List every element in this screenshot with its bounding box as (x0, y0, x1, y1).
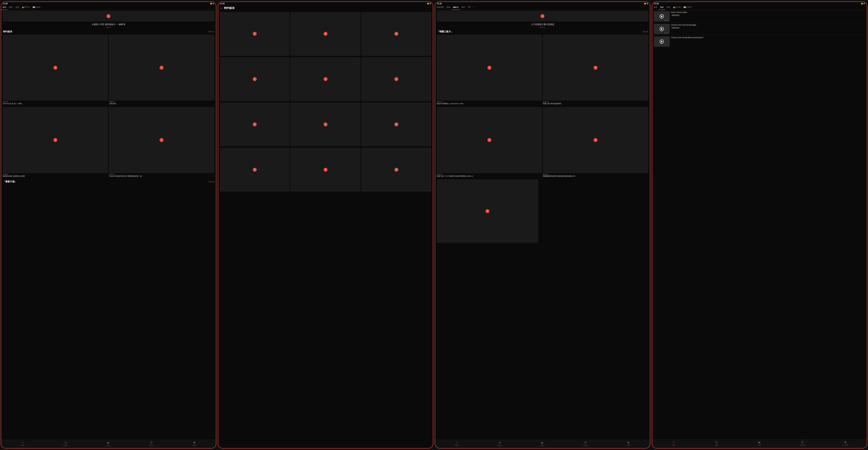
tab-japan-1[interactable]: 🇯🇵日本AV (31, 5, 42, 10)
video-item-2-4[interactable]: ! (220, 57, 290, 101)
channel-badge-1: 好色先生官方 (671, 14, 680, 16)
bottom-nav-mylist-4[interactable]: ☰ 关注列表 (781, 441, 824, 446)
explore-label-4: 探索 (715, 444, 718, 446)
bottom-nav-movies-4[interactable]: ▶ 电影 (738, 441, 781, 446)
video-item-2-6[interactable]: ! (361, 57, 431, 101)
bottom-nav-profile-4[interactable]: ☻ 个人资料 (824, 441, 867, 446)
list-title-1: Asian Chinese Babe (671, 11, 866, 14)
video-item-3-3[interactable]: ! 01:05:15 韓國三級片三天三夜微博 粉粉蒼 裸聯約炮 2d59z.cn (437, 107, 542, 178)
video-item-2-8[interactable]: ! (290, 103, 361, 146)
tab-recommend-4[interactable]: 推荐 (652, 5, 659, 10)
video-thumb-1-2: ! (109, 35, 214, 101)
video-item-3-4[interactable]: ! 00:43:52 韓國愛愛教學檢查乳頭慢慢從前戲到抹藏.MP4 (543, 107, 648, 178)
profile-label-3: Profile (626, 445, 630, 446)
scroll-content-4: 00:02:38 Asian Chinese Babe 好色先生官方 00:49… (652, 10, 867, 439)
bottom-nav-home-3[interactable]: ⌂ Home (435, 441, 478, 446)
error-icon-3-1: ! (488, 66, 491, 70)
video-item-2-2[interactable]: ! (290, 12, 361, 56)
video-item-2-10[interactable]: ! (220, 148, 290, 192)
movies-label-4: 电影 (758, 444, 761, 446)
movies-label-1: Movies (106, 445, 111, 446)
tab-domestic-1[interactable]: 🔥国产AV (21, 5, 31, 10)
video-item-1-2[interactable]: ! 00:39:34 少婦白潔4 (109, 35, 214, 106)
video-item-3-2[interactable]: ! 00:42:29 韓國三級片善良的媳婦們0 (543, 35, 648, 106)
video-title-3-3: 韓國三級片三天三夜微博 粉粉蒼 裸聯約炮 2d59z.cn (437, 175, 542, 178)
mylist-label-1: My List (149, 445, 154, 446)
video-title-3-4: 韓國愛愛教學檢查乳頭慢慢從前戲到抹藏.MP4 (543, 175, 648, 178)
movies-icon-1: ▶ (107, 441, 110, 444)
see-all-featured-1[interactable]: See all (209, 31, 214, 33)
explore-icon-3: ◎ (498, 441, 501, 444)
bottom-nav-1: ⌂ Home ◎ Explore ▶ Movies ☰ My List ☻ Pr… (1, 440, 216, 448)
banner-error-icon-3: ! (540, 14, 545, 18)
tab-latest-1[interactable]: 最新 (8, 5, 14, 10)
nav-tabs-3[interactable]: 制服诱惑 無碼 🇺🇸歐美 模特 SM I (435, 5, 650, 10)
bottom-nav-explore-3[interactable]: ◎ Explore (478, 441, 521, 446)
tab-domestic-4[interactable]: 🔥国产AV (672, 5, 682, 10)
error-icon-1-4: ! (160, 138, 163, 142)
banner-1: ! (3, 11, 214, 22)
tab-sm-3[interactable]: SM (466, 5, 472, 10)
video-thumb-3-2: ! (543, 35, 648, 101)
list-video-2[interactable]: 00:49:10 Chinese Girl in Nu-bra Bondage … (652, 23, 867, 35)
profile-label-1: Profile (192, 445, 196, 446)
scroll-content-3: ! 上万名颜值主播让您挑选 「韓國三級片」 See all (435, 10, 650, 440)
nav-tabs-1[interactable]: 推荐 最新 色图 🔥国产AV 🇯🇵日本AV (1, 5, 216, 10)
video-item-2-12[interactable]: ! (361, 148, 431, 192)
video-item-2-11[interactable]: ! (290, 148, 361, 192)
time-4: 11:28 (654, 3, 659, 5)
tab-color-4[interactable]: 色图 (665, 5, 672, 10)
video-item-1-1[interactable]: ! 00:14:57 JDMY024 白友 第二十四集 (3, 35, 108, 106)
list-thumb-3 (654, 36, 670, 47)
video-thumb-1-3: ! (3, 107, 108, 173)
play-triangle-1 (661, 15, 663, 18)
section-header-korea-3: 「韓國三級片」 See all (435, 29, 650, 34)
video-grid-2-row2: ! ! ! (218, 57, 433, 102)
profile-icon-1: ☻ (193, 441, 196, 444)
bottom-nav-explore-4[interactable]: ◎ 探索 (695, 441, 738, 446)
bottom-nav-home-1[interactable]: ⌂ Home (1, 441, 44, 446)
list-duration-1: 00:02:38 (663, 20, 669, 21)
video-item-2-3[interactable]: ! (361, 12, 431, 56)
bottom-nav-mylist-1[interactable]: ☰ My List (130, 441, 173, 446)
tab-more-3[interactable]: I (472, 5, 475, 10)
video-grid-featured-1b: ! 00:35:35 肉棒收割遊戲 你能堅持5分鐘嗎 ! 00:31:54 TM… (1, 106, 216, 178)
tab-western-3[interactable]: 🇺🇸歐美 (452, 5, 460, 10)
status-icons-1: 📶 🔋 (210, 3, 214, 4)
bottom-nav-movies-1[interactable]: ▶ Movies (87, 441, 130, 446)
tab-recommend-1[interactable]: 推荐 (1, 5, 8, 10)
see-all-latest-1[interactable]: See all (209, 181, 214, 183)
bottom-nav-movies-3[interactable]: ▶ Movies (521, 441, 564, 446)
bottom-nav-profile-3[interactable]: ☻ Profile (607, 441, 650, 446)
video-item-2-7[interactable]: ! (220, 103, 290, 146)
movies-icon-3: ▶ (541, 441, 544, 444)
video-item-2-1[interactable]: ! (220, 12, 290, 56)
video-item-2-9[interactable]: ! (361, 103, 431, 146)
tab-latest-4[interactable]: 最新 (659, 5, 665, 10)
video-item-1-3[interactable]: ! 00:35:35 肉棒收割遊戲 你能堅持5分鐘嗎 (3, 107, 108, 178)
bottom-nav-mylist-3[interactable]: ☰ My List (564, 441, 607, 446)
video-item-2-5[interactable]: ! (290, 57, 361, 101)
bottom-nav-explore-1[interactable]: ◎ Explore (44, 441, 87, 446)
tab-japan-4[interactable]: 🇯🇵日本AV (682, 5, 693, 10)
list-video-1[interactable]: 00:02:38 Asian Chinese Babe 好色先生官方 (652, 10, 867, 23)
nav-tabs-4[interactable]: 推荐 最新 色图 🔥国产AV 🇯🇵日本AV (652, 5, 867, 10)
video-duration-1-1: 00:14:57 (3, 101, 108, 103)
back-button-2[interactable]: ← (220, 6, 223, 10)
tab-model-3[interactable]: 模特 (460, 5, 466, 10)
home-icon-1: ⌂ (22, 441, 24, 444)
list-video-3[interactable]: Chinese Girls Handcuffed and Arrested 6 (652, 35, 867, 48)
video-thumb-2-2: ! (290, 12, 361, 56)
explore-icon-4: ◎ (715, 441, 718, 444)
see-all-korea-3[interactable]: See all (643, 31, 648, 33)
status-bar-4: 11:28 📶 🔋 (652, 2, 867, 5)
tab-color-1[interactable]: 色图 (14, 5, 21, 10)
phone-2: 11:28 📶 🔋 ← 特约板块 ! ! (218, 1, 433, 449)
video-item-3-1[interactable]: ! 01:37:45 [韓語中字]夢精記 1.Wet.Dream.I.2002 (437, 35, 542, 106)
tab-uncensored-3[interactable]: 無碼 (445, 5, 452, 10)
bottom-nav-home-4[interactable]: ⌂ 主页 (652, 441, 695, 446)
tab-uniform-3[interactable]: 制服诱惑 (435, 5, 445, 10)
home-icon-4: ⌂ (673, 441, 675, 444)
video-item-1-4[interactable]: ! 00:31:54 TMW009 聖誕節性愛之夜 畢業重逢後的第一炮 (109, 107, 214, 178)
bottom-nav-profile-1[interactable]: ☻ Profile (173, 441, 216, 446)
